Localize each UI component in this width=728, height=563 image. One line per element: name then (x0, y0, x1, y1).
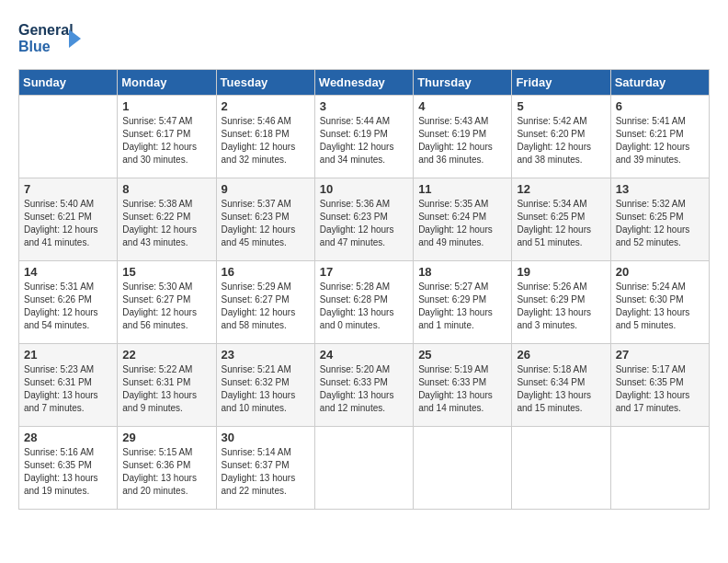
cell-content: Sunrise: 5:20 AM Sunset: 6:33 PM Dayligh… (320, 363, 408, 415)
day-number: 21 (24, 348, 112, 362)
calendar-cell: 11Sunrise: 5:35 AM Sunset: 6:24 PM Dayli… (414, 178, 512, 261)
cell-content: Sunrise: 5:30 AM Sunset: 6:27 PM Dayligh… (122, 281, 210, 332)
day-number: 29 (122, 431, 210, 444)
day-number: 11 (418, 182, 506, 196)
calendar-cell: 4Sunrise: 5:43 AM Sunset: 6:19 PM Daylig… (414, 96, 512, 178)
calendar-cell (610, 427, 709, 510)
page-header: GeneralBlue (18, 18, 710, 60)
day-number: 2 (222, 99, 310, 113)
cell-content: Sunrise: 5:23 AM Sunset: 6:31 PM Dayligh… (24, 363, 112, 415)
week-row-2: 7Sunrise: 5:40 AM Sunset: 6:21 PM Daylig… (19, 178, 710, 261)
day-header-wednesday: Wednesday (314, 70, 413, 96)
calendar-cell: 13Sunrise: 5:32 AM Sunset: 6:25 PM Dayli… (610, 178, 709, 261)
calendar-table: SundayMondayTuesdayWednesdayThursdayFrid… (18, 69, 710, 510)
calendar-cell (414, 427, 512, 510)
cell-content: Sunrise: 5:47 AM Sunset: 6:17 PM Dayligh… (122, 115, 210, 167)
cell-content: Sunrise: 5:29 AM Sunset: 6:27 PM Dayligh… (222, 281, 310, 332)
calendar-cell: 8Sunrise: 5:38 AM Sunset: 6:22 PM Daylig… (118, 178, 216, 261)
cell-content: Sunrise: 5:46 AM Sunset: 6:18 PM Dayligh… (222, 115, 310, 167)
calendar-cell: 6Sunrise: 5:41 AM Sunset: 6:21 PM Daylig… (610, 96, 709, 178)
cell-content: Sunrise: 5:44 AM Sunset: 6:19 PM Dayligh… (320, 115, 408, 167)
calendar-cell: 2Sunrise: 5:46 AM Sunset: 6:18 PM Daylig… (216, 96, 314, 178)
calendar-cell: 14Sunrise: 5:31 AM Sunset: 6:26 PM Dayli… (19, 261, 118, 344)
day-number: 7 (24, 182, 112, 196)
week-row-4: 21Sunrise: 5:23 AM Sunset: 6:31 PM Dayli… (19, 344, 710, 427)
calendar-cell: 27Sunrise: 5:17 AM Sunset: 6:35 PM Dayli… (610, 344, 709, 427)
calendar-cell (512, 427, 610, 510)
day-number: 23 (222, 348, 310, 362)
day-number: 18 (418, 265, 506, 279)
calendar-cell: 15Sunrise: 5:30 AM Sunset: 6:27 PM Dayli… (118, 261, 216, 344)
cell-content: Sunrise: 5:38 AM Sunset: 6:22 PM Dayligh… (122, 198, 210, 249)
week-row-5: 28Sunrise: 5:16 AM Sunset: 6:35 PM Dayli… (19, 427, 710, 510)
cell-content: Sunrise: 5:21 AM Sunset: 6:32 PM Dayligh… (222, 363, 310, 415)
day-number: 19 (517, 265, 605, 279)
day-header-tuesday: Tuesday (216, 70, 314, 96)
day-number: 24 (320, 348, 408, 362)
day-number: 27 (616, 348, 704, 362)
day-number: 15 (122, 265, 210, 279)
cell-content: Sunrise: 5:28 AM Sunset: 6:28 PM Dayligh… (320, 281, 408, 332)
cell-content: Sunrise: 5:27 AM Sunset: 6:29 PM Dayligh… (418, 281, 506, 332)
day-number: 17 (320, 265, 408, 279)
cell-content: Sunrise: 5:19 AM Sunset: 6:33 PM Dayligh… (418, 363, 506, 415)
day-number: 14 (24, 265, 112, 279)
day-number: 4 (418, 99, 506, 113)
calendar-cell: 17Sunrise: 5:28 AM Sunset: 6:28 PM Dayli… (314, 261, 413, 344)
svg-text:Blue: Blue (18, 39, 51, 54)
cell-content: Sunrise: 5:41 AM Sunset: 6:21 PM Dayligh… (616, 115, 704, 167)
calendar-cell: 23Sunrise: 5:21 AM Sunset: 6:32 PM Dayli… (216, 344, 314, 427)
day-header-saturday: Saturday (610, 70, 709, 96)
cell-content: Sunrise: 5:17 AM Sunset: 6:35 PM Dayligh… (616, 363, 704, 415)
calendar-cell: 25Sunrise: 5:19 AM Sunset: 6:33 PM Dayli… (414, 344, 512, 427)
cell-content: Sunrise: 5:34 AM Sunset: 6:25 PM Dayligh… (517, 198, 605, 249)
cell-content: Sunrise: 5:42 AM Sunset: 6:20 PM Dayligh… (517, 115, 605, 167)
cell-content: Sunrise: 5:35 AM Sunset: 6:24 PM Dayligh… (418, 198, 506, 249)
day-header-monday: Monday (118, 70, 216, 96)
day-number: 5 (517, 99, 605, 113)
day-number: 13 (616, 182, 704, 196)
cell-content: Sunrise: 5:24 AM Sunset: 6:30 PM Dayligh… (616, 281, 704, 332)
day-number: 8 (122, 182, 210, 196)
day-number: 12 (517, 182, 605, 196)
day-header-thursday: Thursday (414, 70, 512, 96)
cell-content: Sunrise: 5:40 AM Sunset: 6:21 PM Dayligh… (24, 198, 112, 249)
calendar-cell: 1Sunrise: 5:47 AM Sunset: 6:17 PM Daylig… (118, 96, 216, 178)
calendar-cell: 16Sunrise: 5:29 AM Sunset: 6:27 PM Dayli… (216, 261, 314, 344)
week-row-3: 14Sunrise: 5:31 AM Sunset: 6:26 PM Dayli… (19, 261, 710, 344)
cell-content: Sunrise: 5:14 AM Sunset: 6:37 PM Dayligh… (222, 446, 310, 498)
day-number: 16 (222, 265, 310, 279)
day-number: 6 (616, 99, 704, 113)
day-number: 3 (320, 99, 408, 113)
cell-content: Sunrise: 5:26 AM Sunset: 6:29 PM Dayligh… (517, 281, 605, 332)
day-number: 26 (517, 348, 605, 362)
calendar-cell: 9Sunrise: 5:37 AM Sunset: 6:23 PM Daylig… (216, 178, 314, 261)
day-number: 9 (222, 182, 310, 196)
cell-content: Sunrise: 5:18 AM Sunset: 6:34 PM Dayligh… (517, 363, 605, 415)
svg-marker-2 (69, 29, 81, 48)
calendar-cell: 21Sunrise: 5:23 AM Sunset: 6:31 PM Dayli… (19, 344, 118, 427)
header-row: SundayMondayTuesdayWednesdayThursdayFrid… (19, 70, 710, 96)
cell-content: Sunrise: 5:15 AM Sunset: 6:36 PM Dayligh… (122, 446, 210, 498)
day-header-sunday: Sunday (19, 70, 118, 96)
day-number: 20 (616, 265, 704, 279)
day-number: 10 (320, 182, 408, 196)
cell-content: Sunrise: 5:32 AM Sunset: 6:25 PM Dayligh… (616, 198, 704, 249)
day-number: 25 (418, 348, 506, 362)
calendar-cell: 7Sunrise: 5:40 AM Sunset: 6:21 PM Daylig… (19, 178, 118, 261)
calendar-cell: 12Sunrise: 5:34 AM Sunset: 6:25 PM Dayli… (512, 178, 610, 261)
calendar-cell (19, 96, 118, 178)
calendar-cell: 10Sunrise: 5:36 AM Sunset: 6:23 PM Dayli… (314, 178, 413, 261)
day-number: 30 (222, 431, 310, 444)
calendar-cell: 28Sunrise: 5:16 AM Sunset: 6:35 PM Dayli… (19, 427, 118, 510)
day-header-friday: Friday (512, 70, 610, 96)
calendar-cell: 19Sunrise: 5:26 AM Sunset: 6:29 PM Dayli… (512, 261, 610, 344)
cell-content: Sunrise: 5:43 AM Sunset: 6:19 PM Dayligh… (418, 115, 506, 167)
calendar-cell: 29Sunrise: 5:15 AM Sunset: 6:36 PM Dayli… (118, 427, 216, 510)
cell-content: Sunrise: 5:31 AM Sunset: 6:26 PM Dayligh… (24, 281, 112, 332)
svg-text:General: General (18, 22, 74, 38)
calendar-cell: 30Sunrise: 5:14 AM Sunset: 6:37 PM Dayli… (216, 427, 314, 510)
cell-content: Sunrise: 5:37 AM Sunset: 6:23 PM Dayligh… (222, 198, 310, 249)
cell-content: Sunrise: 5:36 AM Sunset: 6:23 PM Dayligh… (320, 198, 408, 249)
calendar-cell: 18Sunrise: 5:27 AM Sunset: 6:29 PM Dayli… (414, 261, 512, 344)
